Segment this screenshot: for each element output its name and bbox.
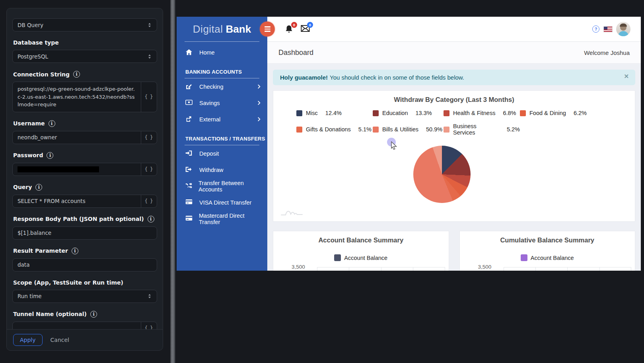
db-query-config-panel: DB Query Database type PostgreSQL Connec… [6, 8, 163, 351]
action-type-select[interactable]: DB Query [12, 18, 157, 31]
y-axis: 3,500 [273, 264, 449, 271]
gridline [317, 267, 445, 271]
language-flag-icon[interactable] [604, 27, 612, 32]
password-input[interactable] [13, 163, 141, 176]
info-icon[interactable] [35, 184, 42, 191]
sidebar-item-label: Savings [199, 100, 220, 106]
info-icon[interactable] [49, 120, 55, 127]
withdraw-by-category-card: Withdraw By Category (Last 3 Months) Mis… [273, 90, 635, 222]
click-halo [387, 138, 396, 146]
sidebar-item-visa-direct-transfer[interactable]: VISA Direct Transfer [177, 194, 267, 211]
shuffle-icon [185, 183, 192, 189]
query-label: Query [13, 184, 156, 191]
gridline [504, 267, 632, 271]
notifications-bell-button[interactable]: 0 [285, 25, 294, 33]
sidebar-item-checking[interactable]: Checking [177, 78, 267, 95]
sidebar-item-home[interactable]: Home [177, 44, 267, 60]
tunnel-name-input[interactable] [13, 322, 141, 330]
legend-percent: 5.1% [358, 126, 372, 133]
user-avatar[interactable] [616, 22, 630, 36]
external-link-icon [185, 116, 193, 123]
page-title: Dashboard [278, 49, 313, 57]
response-body-path-input[interactable]: $[1].balance [13, 227, 157, 239]
pane-divider-scrollbar[interactable] [170, 0, 175, 363]
insert-variable-button[interactable]: { } [141, 163, 157, 176]
legend-item[interactable]: Gifts & Donations5.1% [296, 123, 373, 136]
result-parameter-group: data [12, 258, 157, 271]
sidebar-item-withdraw[interactable]: Withdraw [177, 162, 267, 178]
chart-legend[interactable]: Account Balance [273, 254, 449, 261]
sign-out-icon [185, 166, 193, 173]
legend-label: Food & Dining [529, 110, 566, 116]
result-parameter-input[interactable]: data [13, 259, 157, 271]
connection-string-label-text: Connection String [13, 71, 70, 78]
legend-item[interactable]: Business Services5.2% [444, 123, 520, 136]
apply-button[interactable]: Apply [13, 334, 43, 346]
info-icon[interactable] [73, 71, 80, 78]
insert-variable-button[interactable]: { } [141, 82, 157, 112]
bank-main: 0 0 ? Dashboard Welcome Joshua [267, 17, 641, 271]
legend-label: Business Services [453, 123, 499, 136]
scope-select[interactable]: Run time [12, 290, 157, 303]
legend-percent: 6.8% [503, 110, 516, 116]
query-label-text: Query [13, 184, 32, 190]
legend-swatch [296, 110, 302, 116]
legend-percent: 50.9% [426, 126, 442, 133]
chart-title: Account Balance Summary [273, 231, 449, 244]
info-icon[interactable] [148, 216, 154, 222]
chevron-right-icon [257, 84, 261, 89]
legend-label: Bills & Utilities [382, 126, 418, 133]
tunnel-name-label-text: Tunnel Name (optional) [13, 311, 87, 317]
insert-variable-button[interactable]: { } [141, 322, 157, 330]
messages-mail-button[interactable]: 0 [301, 25, 309, 33]
chevron-right-icon [257, 101, 261, 105]
sidebar-toggle-button[interactable] [260, 21, 275, 37]
sidebar-item-label: Mastercard Direct Transfer [199, 213, 261, 225]
username-input[interactable]: neondb_owner [13, 131, 141, 144]
bank-logo[interactable]: Digital Bank [177, 17, 267, 41]
close-icon[interactable]: ✕ [624, 73, 629, 80]
legend-item[interactable]: Food & Dining6.2% [520, 110, 623, 116]
sidebar-item-label: External [199, 116, 220, 123]
legend-item[interactable]: Misc12.4% [296, 110, 373, 116]
bank-sidebar: Digital Bank Home BANKING ACCOUNTS Check… [177, 17, 267, 271]
sidebar-item-label: VISA Direct Transfer [199, 199, 251, 206]
sidebar-item-savings[interactable]: Savings [177, 95, 267, 111]
help-icon[interactable]: ? [592, 25, 599, 33]
username-label-text: Username [13, 120, 45, 127]
info-icon[interactable] [47, 152, 53, 159]
info-icon[interactable] [72, 248, 78, 254]
sidebar-section-banking-accounts: BANKING ACCOUNTS [177, 69, 267, 78]
response-body-path-label-text: Response Body Path (JSON path optional) [13, 216, 144, 222]
database-type-select[interactable]: PostgreSQL [12, 50, 157, 63]
cumulative-balance-summary-card: Cumulative Balance Summary Account Balan… [459, 231, 636, 271]
chart-legend[interactable]: Account Balance [460, 254, 635, 261]
info-icon[interactable] [90, 311, 97, 318]
connection-string-label: Connection String [13, 71, 156, 78]
info-alert: Holy guacamole! You should check in on s… [273, 70, 635, 85]
sidebar-item-transfer-between-accounts[interactable]: Transfer Between Accounts [177, 178, 267, 194]
pie-legend: Misc12.4%Education13.3%Health & Fitness6… [296, 110, 623, 136]
pie-chart[interactable] [413, 146, 471, 203]
legend-label: Misc [306, 110, 318, 116]
legend-swatch [334, 254, 341, 261]
query-input[interactable]: SELECT * FROM accounts [13, 195, 141, 207]
sidebar-item-deposit[interactable]: Deposit [177, 145, 267, 162]
cancel-button[interactable]: Cancel [51, 337, 69, 343]
connection-string-input[interactable]: postgresql://ep-green-sound-adzclkpe-poo… [13, 82, 141, 112]
alert-text: You should check in on some of those fie… [330, 74, 464, 81]
legend-label: Education [382, 110, 408, 116]
chevron-updown-icon [147, 22, 152, 28]
legend-item[interactable]: Education13.3% [373, 110, 444, 116]
scope-label: Scope (App, TestSuite or Run time) [13, 279, 156, 286]
legend-item[interactable]: Bills & Utilities50.9% [373, 123, 444, 136]
credit-card-icon [185, 199, 193, 206]
y-axis: 3,500 [460, 264, 635, 271]
insert-variable-button[interactable]: { } [141, 195, 157, 207]
money-icon [185, 100, 193, 106]
legend-item[interactable]: Health & Fitness6.8% [444, 110, 520, 116]
legend-swatch [521, 254, 527, 261]
sidebar-item-external[interactable]: External [177, 111, 267, 127]
sidebar-item-mastercard-direct-transfer[interactable]: Mastercard Direct Transfer [177, 211, 267, 227]
insert-variable-button[interactable]: { } [141, 131, 157, 144]
